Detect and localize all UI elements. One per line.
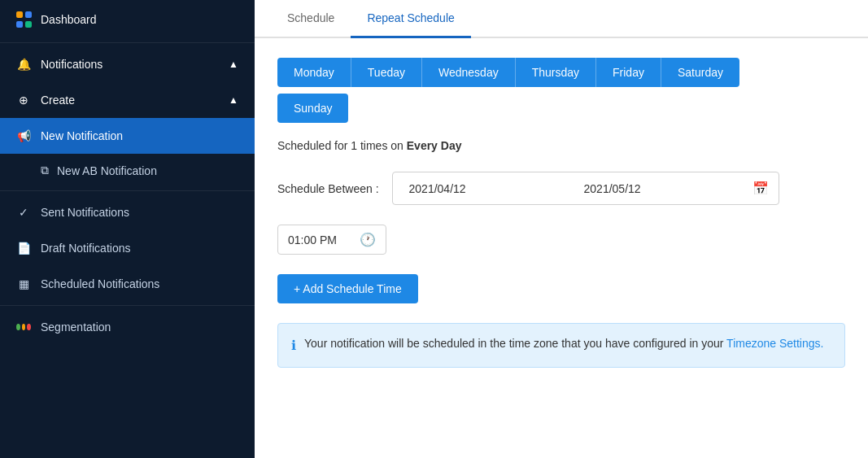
add-time-btn-label: + Add Schedule Time — [294, 282, 402, 295]
sidebar-item-dashboard[interactable]: Dashboard — [0, 0, 255, 39]
tabs-bar: Schedule Repeat Schedule — [255, 0, 868, 38]
dots-icon — [16, 324, 31, 330]
day-btn-wednesday[interactable]: Wednesday — [422, 58, 516, 87]
sidebar-item-create[interactable]: ⊕ Create ▲ — [0, 82, 255, 118]
days-row-2: Sunday — [277, 94, 845, 123]
main-content: Schedule Repeat Schedule Monday Tueday W… — [255, 0, 868, 458]
schedule-text-bold: Every Day — [407, 139, 462, 152]
segmentation-label: Segmentation — [41, 321, 111, 334]
day-btn-sunday[interactable]: Sunday — [277, 94, 348, 123]
megaphone-icon: 📢 — [16, 129, 31, 142]
sidebar: Dashboard 🔔 Notifications ▲ ⊕ Create ▲ 📢… — [0, 0, 255, 458]
days-row-1: Monday Tueday Wednesday Thursday Friday … — [277, 58, 845, 87]
chevron-up-icon-2: ▲ — [229, 94, 238, 106]
day-btn-monday[interactable]: Monday — [277, 58, 351, 87]
day-btn-tuesday[interactable]: Tueday — [351, 58, 422, 87]
file-icon: 📄 — [16, 242, 31, 255]
calendar-icon: 📅 — [752, 181, 769, 195]
copy-icon: ⧉ — [41, 164, 49, 177]
date-start-input[interactable] — [393, 174, 568, 203]
content-area: Monday Tueday Wednesday Thursday Friday … — [255, 38, 868, 387]
new-notification-label: New Notification — [41, 129, 123, 142]
tab-repeat-schedule[interactable]: Repeat Schedule — [351, 0, 470, 38]
day-btn-saturday[interactable]: Saturday — [661, 58, 739, 87]
schedule-between-label: Schedule Between : — [277, 182, 379, 195]
plus-circle-icon: ⊕ — [16, 94, 31, 107]
sidebar-item-segmentation[interactable]: Segmentation — [0, 309, 255, 345]
dashboard-icon — [16, 11, 31, 28]
sidebar-divider-1 — [0, 42, 255, 43]
dashboard-label: Dashboard — [41, 13, 97, 26]
sidebar-item-new-ab-notification[interactable]: ⧉ New AB Notification — [0, 154, 255, 187]
check-circle-icon: ✓ — [16, 206, 31, 219]
timezone-settings-link[interactable]: Timezone Settings. — [726, 337, 823, 350]
calendar-icon-btn[interactable]: 📅 — [743, 172, 779, 204]
time-input-wrap[interactable]: 🕐 — [277, 225, 386, 255]
date-end-input[interactable] — [568, 174, 743, 203]
sidebar-item-notifications[interactable]: 🔔 Notifications ▲ — [0, 46, 255, 82]
sidebar-item-draft-notifications[interactable]: 📄 Draft Notifications — [0, 230, 255, 266]
time-row: 🕐 — [277, 225, 845, 255]
notifications-label: Notifications — [41, 58, 103, 71]
info-icon: ℹ — [291, 336, 296, 355]
sidebar-item-new-notification[interactable]: 📢 New Notification — [0, 118, 255, 154]
clock-icon: 🕐 — [360, 232, 376, 247]
chevron-up-icon: ▲ — [229, 59, 238, 70]
sidebar-divider-3 — [0, 305, 255, 306]
info-text: Your notification will be scheduled in t… — [304, 335, 823, 352]
tab-schedule[interactable]: Schedule — [271, 0, 351, 38]
add-schedule-time-button[interactable]: + Add Schedule Time — [277, 274, 418, 303]
date-range-input[interactable]: 📅 — [392, 172, 779, 205]
info-text-before: Your notification will be scheduled in t… — [304, 337, 726, 350]
table-icon: ▦ — [16, 277, 31, 290]
schedule-between-row: Schedule Between : 📅 — [277, 172, 845, 205]
sidebar-item-scheduled-notifications[interactable]: ▦ Scheduled Notifications — [0, 266, 255, 302]
schedule-text-prefix: Scheduled for 1 times on — [277, 139, 407, 152]
create-label: Create — [41, 94, 75, 107]
time-input[interactable] — [288, 233, 353, 246]
bell-icon: 🔔 — [16, 58, 31, 71]
day-btn-thursday[interactable]: Thursday — [516, 58, 596, 87]
day-btn-friday[interactable]: Friday — [596, 58, 661, 87]
sidebar-divider-2 — [0, 190, 255, 191]
info-box: ℹ Your notification will be scheduled in… — [277, 323, 845, 368]
schedule-description: Scheduled for 1 times on Every Day — [277, 139, 845, 152]
sent-notifications-label: Sent Notifications — [41, 206, 129, 219]
new-ab-notification-label: New AB Notification — [57, 164, 157, 177]
sidebar-item-sent-notifications[interactable]: ✓ Sent Notifications — [0, 194, 255, 230]
scheduled-notifications-label: Scheduled Notifications — [41, 277, 159, 290]
draft-notifications-label: Draft Notifications — [41, 242, 130, 255]
